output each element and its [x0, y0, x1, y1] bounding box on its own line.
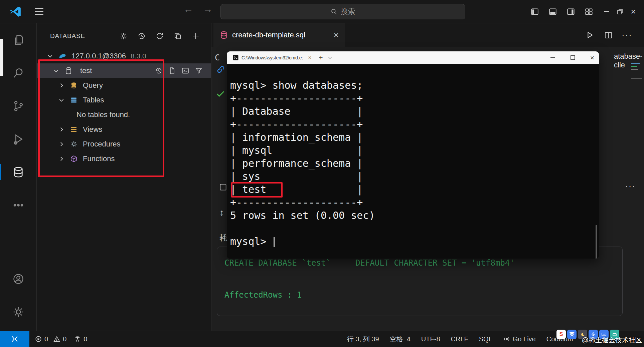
microphone-icon[interactable] [589, 330, 598, 339]
tree-item-tables[interactable]: Tables [37, 93, 211, 107]
views-icon [69, 125, 78, 134]
terminal-line: | mysql | [230, 144, 599, 157]
close-button[interactable]: × [627, 5, 640, 19]
database-icon [12, 166, 24, 178]
tree-item-procedures[interactable]: Procedures [37, 137, 211, 151]
restore-button[interactable] [613, 5, 627, 19]
chevron-right-icon[interactable] [58, 82, 65, 88]
filter-icon[interactable] [194, 66, 203, 75]
activity-bar [0, 23, 37, 331]
tree-item-views[interactable]: Views [37, 122, 211, 137]
chevron-right-icon[interactable] [58, 156, 65, 162]
forward-icon[interactable]: → [202, 3, 213, 15]
cmd-window[interactable]: C:\Windows\system32\cmd.e: × + × mysql> … [227, 51, 599, 259]
chevron-down-icon[interactable] [47, 53, 53, 59]
sql-file-icon [219, 31, 228, 39]
more-actions-icon[interactable]: ··· [622, 30, 632, 40]
terminal-icon[interactable] [181, 66, 190, 75]
activity-account[interactable] [0, 262, 36, 295]
broadcast-icon [503, 335, 510, 343]
error-icon [35, 335, 42, 343]
tree-item-functions[interactable]: Functions [37, 151, 211, 166]
run-query-icon[interactable] [585, 30, 595, 40]
keyboard-icon[interactable] [599, 330, 609, 339]
search-placeholder: 搜索 [341, 7, 355, 17]
terminal-cursor [274, 237, 275, 247]
ime-toolbar: S 英 [556, 330, 619, 339]
tab-create-db-template[interactable]: create-db-template.sql × [213, 23, 345, 47]
tree-item-query[interactable]: Query [37, 78, 211, 93]
history-icon[interactable] [154, 66, 163, 75]
chevron-down-icon[interactable] [58, 97, 65, 103]
run-debug-icon [12, 133, 24, 145]
indentation[interactable]: 空格: 4 [390, 335, 411, 344]
toggle-secondary-sidebar-icon[interactable] [566, 7, 576, 17]
cmd-tab-close-icon[interactable]: × [308, 54, 311, 61]
panel-square-icon[interactable] [219, 183, 227, 192]
moon-icon[interactable] [578, 330, 587, 339]
cursor-position[interactable]: 行 3, 列 39 [347, 335, 379, 344]
warning-count: 0 [63, 335, 66, 343]
account-icon [12, 273, 24, 285]
terminal-line: | performance_schema | [230, 157, 599, 170]
sogou-logo-icon[interactable]: S [556, 330, 566, 339]
cmd-new-tab-icon[interactable]: + [319, 54, 323, 62]
go-live-button[interactable]: Go Live [503, 335, 536, 343]
database-icon [64, 66, 73, 75]
cmd-minimize-icon[interactable] [550, 57, 555, 58]
tree-item-test[interactable]: test [37, 63, 211, 78]
tree-item-connection[interactable]: 127.0.0.1@3306 8.3.0 [37, 49, 211, 63]
chevron-down-icon[interactable] [328, 55, 332, 60]
duplicate-icon[interactable] [173, 31, 183, 41]
add-connection-icon[interactable] [191, 31, 201, 41]
minimize-button[interactable] [600, 5, 613, 19]
toolbox-icon[interactable] [610, 330, 619, 339]
cmd-terminal[interactable]: mysql> show databases; +----------------… [227, 64, 599, 259]
search-icon [331, 8, 337, 15]
affected-rows: AffectedRows : 1 [224, 290, 622, 300]
cmd-close-icon[interactable]: × [590, 54, 594, 62]
language-mode[interactable]: SQL [479, 335, 492, 343]
chevron-down-icon[interactable] [53, 68, 59, 74]
activity-more[interactable] [0, 189, 36, 222]
encoding[interactable]: UTF-8 [421, 335, 440, 343]
vscode-logo-icon[interactable] [9, 6, 21, 18]
activity-settings[interactable] [0, 295, 36, 328]
activity-search[interactable] [0, 56, 36, 89]
tab-close-icon[interactable]: × [334, 30, 339, 40]
more-actions-icon[interactable]: ··· [625, 181, 636, 191]
status-right: 行 3, 列 39 空格: 4 UTF-8 CRLF SQL Go Live C… [347, 331, 573, 347]
resize-updown-icon[interactable]: ↕ [219, 208, 224, 218]
remote-indicator[interactable] [0, 331, 29, 347]
chevron-right-icon[interactable] [58, 141, 65, 147]
terminal-scrollbar[interactable] [596, 225, 597, 259]
activity-run-debug[interactable] [0, 122, 36, 155]
toggle-sidebar-icon[interactable] [530, 7, 540, 17]
customize-layout-icon[interactable] [584, 7, 594, 17]
activity-source-control[interactable] [0, 89, 36, 122]
toggle-panel-icon[interactable] [548, 7, 558, 17]
back-icon[interactable]: ← [183, 3, 194, 15]
status-bar: 0 0 0 行 3, 列 39 空格: 4 UTF-8 CRLF SQL Go … [0, 331, 644, 347]
cmd-maximize-icon[interactable] [571, 55, 575, 60]
problems-indicator[interactable]: 0 0 [35, 335, 66, 343]
history-icon[interactable] [137, 31, 147, 41]
menu-hamburger-icon[interactable] [35, 8, 43, 15]
functions-cube-icon [69, 154, 78, 163]
chevron-right-icon[interactable] [58, 126, 65, 132]
link-icon[interactable] [216, 65, 225, 74]
activity-explorer[interactable] [0, 23, 36, 56]
tree-item-label: Views [83, 125, 102, 134]
new-file-icon[interactable] [168, 66, 176, 75]
command-center-search[interactable]: 搜索 [220, 4, 465, 19]
cmd-tab[interactable]: C:\Windows\system32\cmd.e: × [231, 51, 313, 64]
activity-database[interactable] [0, 155, 36, 189]
ports-indicator[interactable]: 0 [74, 335, 87, 343]
ime-language-icon[interactable]: 英 [567, 330, 577, 339]
refresh-icon[interactable] [155, 31, 165, 41]
connection-version: 8.3.0 [131, 52, 146, 60]
eol-sequence[interactable]: CRLF [451, 335, 468, 343]
split-editor-icon[interactable] [603, 30, 613, 40]
procedures-gear-icon [69, 140, 78, 148]
settings-gear-icon[interactable] [119, 31, 129, 41]
